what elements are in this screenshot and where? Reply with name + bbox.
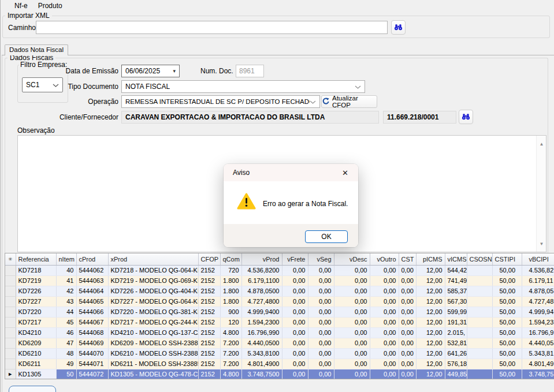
grid-cell[interactable]: 5444064: [76, 286, 108, 296]
table-row[interactable]: KD6209475444069KD6209 - MODELO SSH-23885…: [5, 338, 554, 348]
table-row[interactable]: KD4210465444068KD4210 - MODELO QG-137-CA…: [5, 327, 554, 338]
grid-cell[interactable]: [467, 307, 492, 317]
grid-cell[interactable]: KD7226: [16, 286, 56, 296]
grid-cell[interactable]: 5444065: [76, 296, 108, 307]
grid-cell[interactable]: 4.878,0500: [241, 286, 282, 296]
grid-cell[interactable]: 50,00: [492, 359, 522, 369]
grid-cell[interactable]: 3.748,7500: [241, 369, 282, 379]
grid-cell[interactable]: 50,00: [492, 307, 522, 317]
grid-cell[interactable]: 50,00: [492, 265, 522, 275]
grid-cell[interactable]: KD1305 - MODELO QG-478-CHO: [108, 369, 198, 379]
grid-cell[interactable]: 2.015,: [445, 327, 467, 338]
grid-cell[interactable]: 2152: [198, 359, 220, 369]
grid-cell[interactable]: KD7220 - MODELO QG-381-KIT: [108, 307, 198, 317]
grid-cell[interactable]: 7.200: [220, 348, 241, 359]
grid-cell[interactable]: 0,00: [308, 275, 334, 286]
grid-cell[interactable]: 0,00: [308, 369, 334, 379]
grid-cell[interactable]: 4.440,0500: [241, 338, 282, 348]
grid-cell[interactable]: 0,00: [370, 317, 399, 327]
grid-cell[interactable]: [467, 296, 492, 307]
grid-cell[interactable]: 41: [56, 275, 76, 286]
grid-cell[interactable]: 0,00: [370, 369, 399, 379]
grid-cell[interactable]: 5444063: [76, 275, 108, 286]
grid-cell[interactable]: 0,00: [334, 265, 370, 275]
grid-cell[interactable]: 0,00: [282, 359, 308, 369]
grid-cell[interactable]: 0,00: [399, 286, 416, 296]
grid-cell[interactable]: 12,00: [416, 327, 445, 338]
grid-cell[interactable]: 2152: [198, 369, 220, 379]
grid-cell[interactable]: KD6211: [16, 359, 56, 369]
items-table[interactable]: ✳ReferencianItemcProdxProdCFOPqComvProdv…: [5, 253, 554, 379]
grid-cell[interactable]: 7.200: [220, 338, 241, 348]
grid-cell[interactable]: 2152: [198, 327, 220, 338]
grid-cell[interactable]: 599,99: [445, 307, 467, 317]
grid-cell[interactable]: KD6210 - MODELO SSH-238853: [108, 348, 198, 359]
column-header-CST[interactable]: CST: [399, 253, 416, 265]
grid-cell[interactable]: 0,00: [370, 327, 399, 338]
grid-cell[interactable]: 0,00: [370, 296, 399, 307]
grid-cell[interactable]: 50,00: [492, 327, 522, 338]
grid-cell[interactable]: 12,00: [416, 296, 445, 307]
grid-cell[interactable]: 0,00: [370, 359, 399, 369]
grid-cell[interactable]: KD4210: [16, 327, 56, 338]
grid-cell[interactable]: KD7217 - MODELO QG-244-KIT: [108, 317, 198, 327]
grid-cell[interactable]: 12,00: [416, 359, 445, 369]
grid-cell[interactable]: KD7219 - MODELO QG-069-KIT: [108, 275, 198, 286]
grid-cell[interactable]: 0,00: [370, 338, 399, 348]
table-row[interactable]: KD6211495444071KD6211 - MODELO SSH-23885…: [5, 359, 554, 369]
grid-cell[interactable]: 0,00: [334, 275, 370, 286]
table-row[interactable]: KD7217455444067KD7217 - MODELO QG-244-KI…: [5, 317, 554, 327]
grid-cell[interactable]: [467, 359, 492, 369]
bottom-partial-button[interactable]: [9, 386, 56, 392]
grid-cell[interactable]: 0,00: [334, 359, 370, 369]
grid-cell[interactable]: 50,00: [492, 296, 522, 307]
grid-cell[interactable]: 0,00: [334, 338, 370, 348]
grid-cell[interactable]: 5.343,8100: [241, 348, 282, 359]
grid-cell[interactable]: 0,00: [308, 338, 334, 348]
grid-cell[interactable]: [467, 348, 492, 359]
grid-cell[interactable]: [467, 275, 492, 286]
grid-cell[interactable]: 0,00: [308, 286, 334, 296]
grid-cell[interactable]: 12,00: [416, 307, 445, 317]
grid-cell[interactable]: KD1305: [16, 369, 56, 379]
grid-cell[interactable]: [467, 369, 492, 379]
grid-cell[interactable]: 12,00: [416, 275, 445, 286]
grid-cell[interactable]: 5444068: [76, 327, 108, 338]
grid-cell[interactable]: 0,00: [334, 307, 370, 317]
grid-cell[interactable]: 12,00: [416, 317, 445, 327]
grid-cell[interactable]: 50: [56, 369, 76, 379]
grid-cell[interactable]: 0,00: [399, 348, 416, 359]
cliente-cnpj-field[interactable]: 11.669.218/0001: [383, 111, 456, 124]
grid-cell[interactable]: 4.801,4900: [241, 359, 282, 369]
operacao-select[interactable]: REMESSA INTERESTADUAL DE SC P/ DEPOSITO …: [121, 95, 320, 108]
grid-cell[interactable]: KD7227 - MODELO QG-064-KIT: [108, 296, 198, 307]
grid-cell[interactable]: [467, 317, 492, 327]
table-row[interactable]: KD7220445444066KD7220 - MODELO QG-381-KI…: [5, 307, 554, 317]
grid-cell[interactable]: 0,00: [308, 307, 334, 317]
grid-cell[interactable]: 532,81: [445, 338, 467, 348]
grid-cell[interactable]: 4.536,8200: [241, 265, 282, 275]
grid-cell[interactable]: KD7227: [16, 296, 56, 307]
grid-cell[interactable]: KD7220: [16, 307, 56, 317]
grid-cell[interactable]: KD7218: [16, 265, 56, 275]
grid-cell[interactable]: 12,00: [416, 338, 445, 348]
grid-cell[interactable]: 0,00: [282, 348, 308, 359]
grid-cell[interactable]: 50,00: [492, 317, 522, 327]
column-header-vDesc[interactable]: vDesc: [334, 253, 370, 265]
grid-cell[interactable]: 0,00: [334, 317, 370, 327]
grid-cell[interactable]: 0,00: [370, 348, 399, 359]
grid-cell[interactable]: 1.594,2300: [241, 317, 282, 327]
grid-cell[interactable]: 3.748,75: [522, 369, 554, 379]
ok-button[interactable]: OK: [305, 230, 348, 243]
grid-cell[interactable]: 4.800: [220, 327, 241, 338]
grid-cell[interactable]: 0,00: [282, 317, 308, 327]
grid-cell[interactable]: 0,00: [399, 296, 416, 307]
grid-cell[interactable]: 0,00: [399, 338, 416, 348]
grid-cell[interactable]: 0,00: [282, 275, 308, 286]
grid-cell[interactable]: 16.796,9: [522, 327, 554, 338]
grid-cell[interactable]: 12,00: [416, 265, 445, 275]
column-header-vBCIPI[interactable]: vBCIPI: [522, 253, 554, 265]
grid-cell[interactable]: 0,00: [282, 369, 308, 379]
grid-cell[interactable]: 544,42: [445, 265, 467, 275]
grid-cell[interactable]: 0,00: [308, 348, 334, 359]
